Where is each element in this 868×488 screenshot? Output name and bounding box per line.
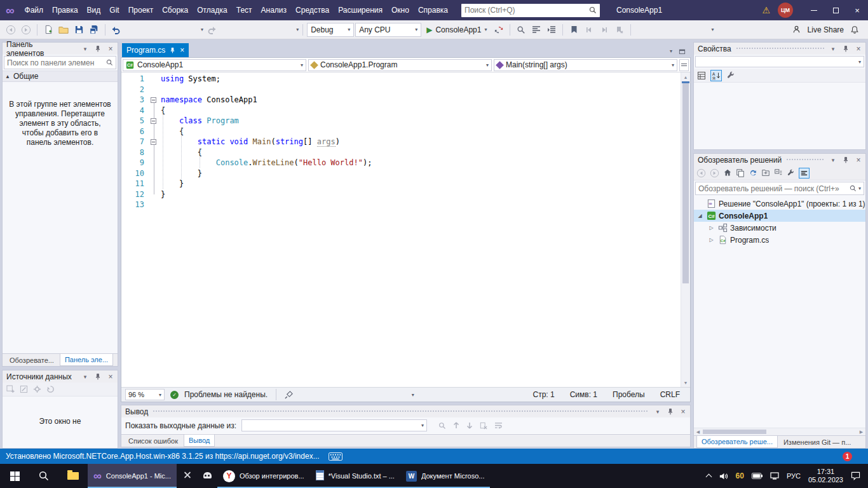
code-line[interactable] <box>159 85 681 95</box>
menu-item-Справка[interactable]: Справка <box>414 0 452 20</box>
code-cleanup-icon[interactable] <box>285 391 293 399</box>
edit-data-source-icon[interactable] <box>20 385 28 393</box>
toolbox-header[interactable]: Панель элементов ▾ × <box>3 43 118 55</box>
taskbar-task-visual-studio[interactable]: ∞ConsoleApp1 - Mic... <box>88 464 177 488</box>
toolbox-search-input[interactable] <box>7 58 104 67</box>
clear-all-icon[interactable] <box>480 422 487 430</box>
bookmark-icon[interactable] <box>567 23 581 37</box>
clear-bookmarks-icon[interactable] <box>613 23 627 37</box>
solution-search-input[interactable] <box>698 184 848 193</box>
keyboard-icon[interactable] <box>329 452 342 461</box>
battery-icon[interactable] <box>752 473 763 479</box>
solution-explorer-header[interactable]: Обозреватель решений ▾ × <box>694 154 865 166</box>
pin-icon[interactable] <box>841 44 850 53</box>
code-line[interactable]: { <box>159 105 681 116</box>
configure-data-source-icon[interactable] <box>33 385 41 393</box>
new-file-icon[interactable] <box>41 23 55 37</box>
pin-icon[interactable] <box>841 156 850 165</box>
menu-item-Расширения[interactable]: Расширения <box>334 0 387 20</box>
undo-icon[interactable] <box>109 23 123 37</box>
output-header[interactable]: Вывод ▾ × <box>121 405 690 417</box>
menu-item-Файл[interactable]: Файл <box>20 0 48 20</box>
solution-explorer-tab[interactable]: Обозреватель реше... <box>696 436 778 448</box>
next-bookmark-icon[interactable] <box>597 23 611 37</box>
editor-vertical-scrollbar[interactable]: ▲ ▼ <box>681 72 690 387</box>
split-window-button[interactable] <box>679 59 689 71</box>
file-explorer-button[interactable] <box>58 464 88 488</box>
toolbox-tab[interactable]: Панель эле... <box>60 354 113 366</box>
tab-program-cs[interactable]: Program.cs × <box>122 43 189 57</box>
menu-item-Окно[interactable]: Окно <box>387 0 414 20</box>
save-all-icon[interactable] <box>87 23 101 37</box>
code-line[interactable]: } <box>159 168 681 179</box>
menu-item-Вид[interactable]: Вид <box>83 0 105 20</box>
menu-item-Отладка[interactable]: Отладка <box>193 0 231 20</box>
taskbar-task-word[interactable]: WДокумент Microso... <box>400 464 491 488</box>
properties-content[interactable] <box>694 83 865 149</box>
tree-item-csproject[interactable]: ◢C#ConsoleApp1 <box>694 210 865 222</box>
find-in-files-icon[interactable] <box>514 23 528 37</box>
toolbar-overflow-icon[interactable]: ▾ <box>712 27 714 32</box>
member-dropdown[interactable]: Main(string[] args) ▾ <box>494 59 677 71</box>
close-button[interactable]: × <box>846 0 868 20</box>
forward-icon[interactable] <box>710 168 719 178</box>
platform-dropdown[interactable]: Any CPU ▾ <box>355 23 421 37</box>
scrollbar-thumb[interactable] <box>682 83 689 283</box>
code-line[interactable]: } <box>159 179 681 189</box>
taskbar-search-button[interactable] <box>29 464 58 488</box>
fps-counter[interactable]: 60 <box>736 471 744 480</box>
feedback-icon[interactable] <box>850 25 859 34</box>
redo-dropdown-icon[interactable]: ▾ <box>296 27 299 32</box>
live-share-label[interactable]: Live Share <box>808 25 844 34</box>
taskbar-task-game[interactable] <box>177 464 198 488</box>
show-all-files-icon[interactable] <box>799 168 810 179</box>
back-icon[interactable] <box>696 168 706 178</box>
code-line[interactable]: { <box>159 126 681 137</box>
code-line[interactable]: using System; <box>159 74 681 85</box>
add-data-source-icon[interactable] <box>6 385 15 393</box>
switch-views-icon[interactable] <box>736 168 745 177</box>
scrollbar-thumb[interactable] <box>703 430 766 434</box>
output-tab[interactable]: Список ошибок <box>124 435 182 447</box>
close-icon[interactable]: × <box>106 372 115 381</box>
previous-bookmark-icon[interactable] <box>582 23 596 37</box>
volume-icon[interactable] <box>719 471 728 481</box>
chevron-down-icon[interactable]: ▾ <box>829 44 837 53</box>
nest-files-icon[interactable] <box>761 168 770 177</box>
properties-object-dropdown[interactable]: ▾ <box>695 56 864 67</box>
chevron-down-icon[interactable]: ▾ <box>858 186 861 191</box>
collapse-all-icon[interactable] <box>774 168 783 177</box>
project-dropdown[interactable]: C# ConsoleApp1 ▾ <box>123 59 306 71</box>
previous-message-icon[interactable] <box>453 422 459 429</box>
fold-minus-icon[interactable] <box>151 139 156 145</box>
code-line[interactable]: static void Main(string[] args) <box>159 137 681 147</box>
toolbox-group-general[interactable]: ▲ Общие <box>3 71 118 82</box>
refresh-icon[interactable] <box>749 168 757 177</box>
properties-wrench-icon[interactable] <box>787 169 795 177</box>
close-icon[interactable]: × <box>854 44 863 53</box>
taskbar-task-skull-game[interactable] <box>198 464 217 488</box>
open-file-icon[interactable] <box>57 23 71 37</box>
expander-icon[interactable]: ▷ <box>708 225 715 231</box>
code-line[interactable]: } <box>159 189 681 200</box>
menu-item-Правка[interactable]: Правка <box>48 0 83 20</box>
hot-reload-icon[interactable] <box>492 23 506 37</box>
navigate-forward-icon[interactable] <box>19 23 33 37</box>
close-icon[interactable]: × <box>106 44 115 53</box>
alphabetical-sort-icon[interactable]: АЯ <box>710 70 722 81</box>
next-message-icon[interactable] <box>466 422 473 429</box>
menu-item-Средства[interactable]: Средства <box>291 0 334 20</box>
navigate-back-icon[interactable] <box>4 23 18 37</box>
output-source-dropdown[interactable]: ▾ <box>241 419 427 431</box>
code-editor[interactable]: 12345678910111213 using System;namespace… <box>121 72 690 387</box>
account-avatar[interactable]: ЦМ <box>778 3 793 18</box>
save-icon[interactable] <box>72 23 86 37</box>
solution-explorer-tab[interactable]: Изменения Git — п... <box>779 436 855 448</box>
pin-icon[interactable] <box>666 407 675 416</box>
chevron-down-icon[interactable]: ▾ <box>829 156 837 165</box>
chevron-down-icon[interactable]: ▾ <box>81 372 90 381</box>
expander-icon[interactable]: ▷ <box>708 237 715 243</box>
word-wrap-icon[interactable] <box>494 422 503 429</box>
taskbar-task-notepad[interactable]: *Visual Studio.txt – ... <box>310 464 400 488</box>
menu-item-Git[interactable]: Git <box>105 0 123 20</box>
